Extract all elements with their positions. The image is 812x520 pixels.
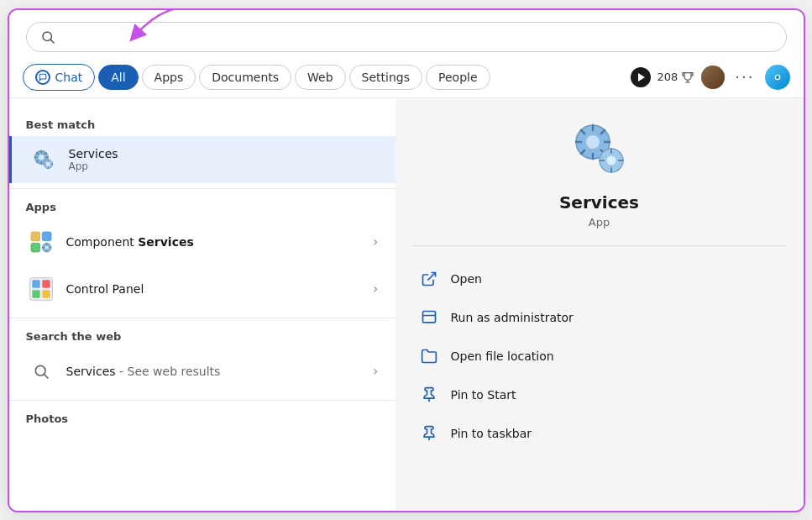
control-panel-text: Control Panel xyxy=(66,282,364,296)
apps-header: Apps xyxy=(9,194,396,218)
control-panel-title: Control Panel xyxy=(66,282,364,296)
tab-settings[interactable]: Settings xyxy=(349,65,422,90)
svg-point-12 xyxy=(45,245,48,249)
tab-controls: 208 ··· xyxy=(631,65,790,90)
services-icon xyxy=(29,144,59,175)
tab-documents[interactable]: Documents xyxy=(199,65,291,90)
search-bar[interactable]: Services xyxy=(26,22,787,52)
pin-taskbar-label: Pin to taskbar xyxy=(451,427,532,440)
component-services-item[interactable]: Component Services › xyxy=(9,218,396,265)
pin-start-icon xyxy=(419,385,439,405)
right-divider xyxy=(412,245,787,246)
svg-point-23 xyxy=(606,155,616,165)
right-app-type: App xyxy=(589,216,610,228)
svg-rect-9 xyxy=(42,232,51,241)
search-icon xyxy=(40,29,55,45)
tab-all[interactable]: All xyxy=(98,65,138,90)
component-services-text: Component Services xyxy=(66,235,364,249)
svg-point-18 xyxy=(35,365,45,376)
tab-apps[interactable]: Apps xyxy=(142,65,196,90)
action-pin-taskbar[interactable]: Pin to taskbar xyxy=(412,414,787,453)
chat-icon xyxy=(35,70,50,85)
web-search-suffix: - See web results xyxy=(119,365,220,378)
bixby-button[interactable] xyxy=(765,65,790,90)
svg-rect-15 xyxy=(42,280,50,287)
tab-web[interactable]: Web xyxy=(295,65,346,90)
web-search-icon xyxy=(26,356,56,386)
svg-line-19 xyxy=(44,374,48,378)
tab-chat[interactable]: Chat xyxy=(23,64,96,91)
control-panel-icon xyxy=(26,274,56,304)
component-services-icon xyxy=(26,227,56,257)
svg-line-1 xyxy=(50,39,54,43)
action-list: Open Run as administrator xyxy=(412,260,787,453)
best-match-subtitle: App xyxy=(69,160,379,172)
avatar[interactable] xyxy=(701,66,725,89)
play-button[interactable] xyxy=(631,67,651,87)
web-search-item[interactable]: Services - See web results › xyxy=(9,348,396,395)
web-search-text: Services - See web results xyxy=(66,365,364,378)
best-match-header: Best match xyxy=(9,112,396,136)
svg-point-21 xyxy=(586,135,600,149)
search-window: Services Chat All Apps Documents Web Set… xyxy=(8,8,805,512)
best-match-item[interactable]: Services App xyxy=(9,136,396,183)
action-file-location[interactable]: Open file location xyxy=(412,337,787,376)
action-pin-start[interactable]: Pin to Start xyxy=(412,376,787,414)
result-count: 208 xyxy=(657,71,695,84)
web-search-chevron: › xyxy=(373,363,378,379)
folder-icon xyxy=(419,346,439,366)
right-app-name: Services xyxy=(559,192,639,213)
bixby-icon xyxy=(771,71,784,84)
tab-people[interactable]: People xyxy=(426,65,490,90)
web-header: Search the web xyxy=(9,323,396,348)
pin-start-label: Pin to Start xyxy=(451,388,516,402)
trophy-icon xyxy=(681,71,694,84)
svg-rect-14 xyxy=(32,280,39,287)
control-panel-chevron: › xyxy=(373,281,378,297)
more-button[interactable]: ··· xyxy=(731,68,757,86)
svg-line-24 xyxy=(427,272,435,280)
filter-tabs: Chat All Apps Documents Web Settings Peo… xyxy=(9,60,804,98)
best-match-text: Services App xyxy=(69,147,379,172)
main-content: Best match Services App xyxy=(9,98,804,511)
divider-2 xyxy=(9,318,396,318)
search-input[interactable]: Services xyxy=(64,29,773,45)
svg-rect-10 xyxy=(31,243,40,252)
open-label: Open xyxy=(451,272,482,286)
best-match-title: Services xyxy=(69,147,379,160)
action-open[interactable]: Open xyxy=(412,260,787,298)
svg-point-0 xyxy=(43,32,52,41)
app-icon-large xyxy=(569,118,630,179)
run-admin-icon xyxy=(419,307,439,328)
component-services-title: Component Services xyxy=(66,235,364,249)
photos-header: Photos xyxy=(9,406,396,430)
file-location-label: Open file location xyxy=(451,349,554,363)
svg-point-7 xyxy=(46,162,50,166)
svg-point-5 xyxy=(39,155,45,160)
svg-rect-17 xyxy=(42,290,50,297)
web-search-title: Services - See web results xyxy=(66,365,364,378)
svg-rect-8 xyxy=(31,232,40,241)
search-area: Services xyxy=(9,10,804,60)
action-run-admin[interactable]: Run as administrator xyxy=(412,298,787,337)
control-panel-item[interactable]: Control Panel › xyxy=(9,265,396,313)
left-panel: Best match Services App xyxy=(9,98,396,511)
divider-1 xyxy=(9,188,396,189)
divider-3 xyxy=(9,400,396,401)
svg-point-3 xyxy=(776,76,779,79)
component-services-chevron: › xyxy=(373,234,378,249)
services-large-icon xyxy=(569,118,630,179)
svg-rect-25 xyxy=(422,311,435,322)
open-icon xyxy=(419,269,439,289)
pin-taskbar-icon xyxy=(419,423,439,444)
right-panel: Services App Open xyxy=(396,98,804,511)
run-admin-label: Run as administrator xyxy=(451,311,574,324)
svg-rect-16 xyxy=(32,290,39,297)
